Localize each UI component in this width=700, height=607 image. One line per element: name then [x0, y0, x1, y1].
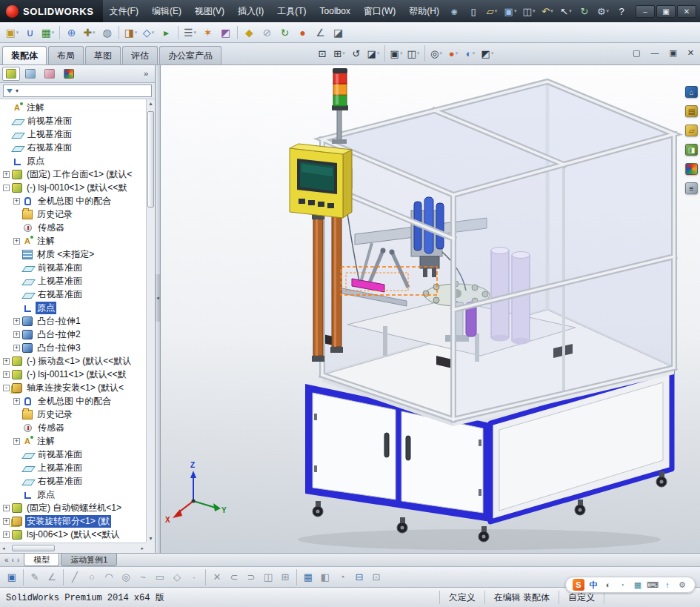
ime-keyboard-button[interactable]: ⌨ [647, 579, 659, 591]
view-settings-button[interactable]: ◩ [479, 45, 496, 62]
graphics-viewport[interactable]: Z Y X [161, 65, 700, 553]
tree-item[interactable]: - ⚠ 轴承连接安装<1> (默认< [0, 381, 146, 394]
smart-fasteners-button[interactable]: ⊕ [63, 24, 80, 41]
new-document-button[interactable]: ▯ [465, 4, 481, 19]
doc-close-button[interactable]: ✕ [687, 48, 694, 58]
hide-show-items-button[interactable]: ◎ [428, 45, 444, 62]
ime-up-button[interactable]: ↑ [661, 579, 673, 591]
command-tab[interactable]: 草图 [85, 46, 121, 64]
line-tool-button[interactable]: ╱ [67, 569, 83, 586]
appearance-button[interactable]: ● [294, 24, 311, 41]
offset-entities-button[interactable]: ⊃ [243, 569, 259, 586]
linear-sketch-pattern-button[interactable]: ⊞ [277, 569, 293, 586]
displaymanager-tab[interactable] [60, 67, 78, 81]
menu-item[interactable]: 帮助(H) [402, 0, 446, 22]
tree-item[interactable]: 原点 [0, 301, 146, 314]
menu-item[interactable]: 文件(F) [103, 0, 145, 22]
toolbar-button[interactable] [119, 26, 119, 39]
tree-item[interactable]: + 凸台-拉伸2 [0, 328, 146, 341]
tree-item[interactable]: 上视基准面 [0, 274, 146, 288]
tree-expander[interactable]: + [3, 505, 10, 511]
tree-expander[interactable]: - [3, 185, 10, 191]
tree-item[interactable]: + (-) 振动盘<1> (默认<<默认 [0, 354, 146, 368]
pin-menu-icon[interactable]: ◉ [446, 7, 463, 16]
mirror-entities-button[interactable]: ◫ [260, 569, 276, 586]
tree-item[interactable]: + 注解 [0, 434, 146, 448]
sketch-toolbar-button[interactable] [296, 569, 297, 586]
tree-item[interactable]: 右视基准面 [0, 288, 146, 301]
sketch-toolbar-button[interactable] [63, 569, 64, 586]
solidworks-resources-tab[interactable]: ⌂ [685, 86, 698, 98]
tree-expander[interactable]: + [13, 198, 20, 205]
point-tool-button[interactable]: · [186, 569, 202, 586]
polygon-tool-button[interactable]: ◇ [169, 569, 185, 586]
tree-expander[interactable]: + [13, 331, 20, 338]
smart-dimension-button[interactable]: ∠ [44, 569, 60, 586]
arc-tool-button[interactable]: ◠ [101, 569, 117, 586]
rebuild-assembly-button[interactable]: ↻ [276, 24, 293, 41]
save-button[interactable]: ▣ [502, 4, 519, 19]
configurationmanager-tab[interactable] [41, 67, 59, 81]
view-orientation-button[interactable]: ▣ [388, 45, 404, 62]
tree-item[interactable]: + (固定) 工作台面<1> (默认< [0, 167, 146, 181]
tree-expander[interactable]: + [13, 398, 20, 405]
help-button[interactable]: ? [613, 4, 630, 19]
view-button[interactable] [384, 45, 385, 62]
menu-item[interactable]: 工具(T) [270, 0, 313, 22]
tree-item[interactable]: 前视基准面 [0, 261, 146, 274]
featuremanager-tab[interactable] [2, 67, 20, 81]
view-palette-tab[interactable]: ◨ [685, 144, 698, 156]
tree-expander[interactable]: + [13, 238, 20, 245]
section-tool-button[interactable]: ◪ [330, 24, 347, 41]
panel-splitter[interactable]: ◂ [156, 65, 161, 553]
command-tab[interactable]: 评估 [122, 46, 158, 64]
tree-item[interactable]: 前视基准面 [0, 448, 146, 461]
design-library-tab[interactable]: ▤ [685, 105, 698, 117]
mate-button[interactable]: ∪ [21, 24, 39, 41]
doc-restore-button[interactable]: ▣ [669, 48, 676, 58]
tree-expander[interactable]: + [13, 318, 20, 325]
instant-3d-button[interactable]: ◆ [241, 24, 258, 41]
tree-item[interactable]: 历史记录 [0, 208, 146, 221]
circle-tool-button[interactable]: ○ [84, 569, 100, 586]
menu-item[interactable]: Toolbox [313, 0, 357, 22]
propertymanager-tab[interactable] [21, 67, 39, 81]
ime-skin-button[interactable]: ▦ [632, 579, 644, 591]
menu-item[interactable]: 插入(I) [231, 0, 270, 22]
file-explorer-tab[interactable]: ▱ [685, 125, 698, 136]
tree-item[interactable]: 材质 <未指定> [0, 248, 146, 261]
show-hidden-components-button[interactable]: ◍ [99, 24, 116, 41]
rectangle-tool-button[interactable]: ▭ [152, 569, 168, 586]
external-references-button[interactable]: ⊘ [259, 24, 276, 41]
scroll-right-icon[interactable]: ▸ [141, 545, 144, 551]
assembly-features-button[interactable]: ◨ [122, 24, 139, 41]
tree-item[interactable]: + (-) lsj-0011<1> (默认<<默 [0, 368, 146, 381]
section-view-button[interactable]: ◪ [365, 45, 381, 62]
zoom-to-fit-button[interactable]: ⊡ [314, 45, 330, 62]
menu-item[interactable]: 视图(V) [188, 0, 231, 22]
edit-appearance-button[interactable]: ● [445, 45, 461, 62]
tree-item[interactable]: + 全机总图 中的配合 [0, 394, 146, 408]
tree-item[interactable]: + (固定) 自动锁螺丝机<1> [0, 501, 146, 514]
app-restore-button[interactable]: ▣ [656, 5, 676, 18]
tree-item[interactable]: 右视基准面 [0, 141, 146, 154]
tree-item[interactable]: 历史记录 [0, 408, 146, 421]
app-close-button[interactable]: ✕ [677, 5, 696, 18]
toolbar-button[interactable] [178, 26, 179, 39]
doc-minimize-button[interactable]: — [650, 48, 659, 58]
select-button[interactable]: ↖ [558, 4, 574, 19]
convert-entities-button[interactable]: ⊂ [226, 569, 242, 586]
exploded-view-button[interactable]: ✶ [199, 24, 216, 41]
move-component-button[interactable]: ✚ [81, 24, 98, 41]
interference-detection-button[interactable]: ◩ [217, 24, 234, 41]
tree-expander[interactable]: + [3, 358, 10, 365]
tree-item[interactable]: 原点 [0, 488, 146, 501]
ime-punctuation-button[interactable]: · [617, 579, 629, 591]
ime-language-button[interactable]: 中 [587, 579, 599, 591]
sketch-toolbar-button[interactable] [205, 569, 206, 586]
apply-scene-button[interactable]: ◐ [462, 45, 479, 62]
tree-expander[interactable]: + [13, 345, 20, 351]
tree-expander[interactable]: + [13, 438, 20, 445]
document-tab[interactable]: 运动算例1 [61, 554, 117, 566]
options-button[interactable]: ⚙ [595, 4, 611, 19]
